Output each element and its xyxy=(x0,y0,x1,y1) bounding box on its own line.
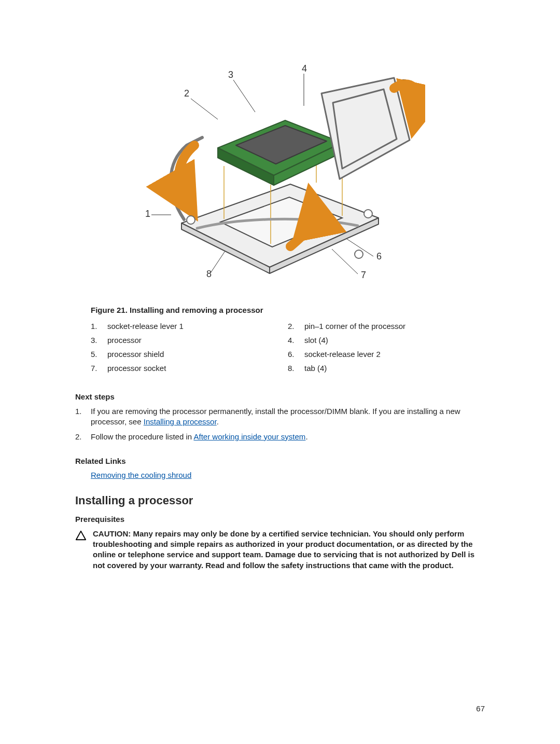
page-number: 67 xyxy=(476,704,485,713)
figure-block: 3 4 2 5 1 6 7 8 xyxy=(75,62,485,290)
svg-text:8: 8 xyxy=(206,269,212,279)
callout-item: 6. socket-release lever 2 xyxy=(288,350,485,359)
svg-line-15 xyxy=(211,248,227,273)
svg-text:3: 3 xyxy=(228,70,233,80)
svg-text:4: 4 xyxy=(302,63,307,74)
callout-item: 2. pin–1 corner of the processor xyxy=(288,322,485,330)
link-installing-a-processor[interactable]: Installing a processor xyxy=(144,417,217,426)
svg-point-20 xyxy=(187,216,195,224)
svg-line-14 xyxy=(332,249,358,274)
callout-item: 8. tab (4) xyxy=(288,364,485,373)
svg-point-21 xyxy=(364,210,372,218)
list-item: 2. Follow the procedure listed in After … xyxy=(75,432,485,442)
svg-text:1: 1 xyxy=(145,209,150,219)
svg-text:7: 7 xyxy=(361,270,366,280)
callout-item: 4. slot (4) xyxy=(288,336,485,345)
list-item: 1. If you are removing the processor per… xyxy=(75,406,485,428)
next-steps-heading: Next steps xyxy=(75,392,485,401)
document-page: 3 4 2 5 1 6 7 8 xyxy=(0,0,560,744)
next-steps-list: 1. If you are removing the processor per… xyxy=(75,406,485,442)
callout-item: 3. processor xyxy=(91,336,288,345)
callout-item: 7. processor socket xyxy=(91,364,288,373)
svg-line-9 xyxy=(191,99,218,119)
figure-callouts: 1. socket-release lever 1 3. processor 5… xyxy=(91,322,485,378)
caution-icon xyxy=(75,529,93,571)
related-links-list: Removing the cooling shroud xyxy=(91,471,485,479)
figure-caption: Figure 21. Installing and removing a pro… xyxy=(91,306,485,314)
callout-item: 5. processor shield xyxy=(91,350,288,359)
svg-point-22 xyxy=(355,250,363,258)
processor-install-diagram: 3 4 2 5 1 6 7 8 xyxy=(135,62,425,288)
svg-text:2: 2 xyxy=(184,88,189,99)
svg-text:6: 6 xyxy=(376,251,382,261)
related-links-heading: Related Links xyxy=(75,457,485,465)
caution-text: CAUTION: Many repairs may only be done b… xyxy=(93,529,485,571)
caution-block: CAUTION: Many repairs may only be done b… xyxy=(75,529,485,571)
svg-line-8 xyxy=(233,80,255,112)
prerequisites-heading: Prerequisites xyxy=(75,515,485,523)
installing-a-processor-heading: Installing a processor xyxy=(75,494,485,507)
link-after-working-inside-your-system[interactable]: After working inside your system xyxy=(193,432,305,441)
callout-item: 1. socket-release lever 1 xyxy=(91,322,288,330)
link-removing-the-cooling-shroud[interactable]: Removing the cooling shroud xyxy=(91,471,191,479)
